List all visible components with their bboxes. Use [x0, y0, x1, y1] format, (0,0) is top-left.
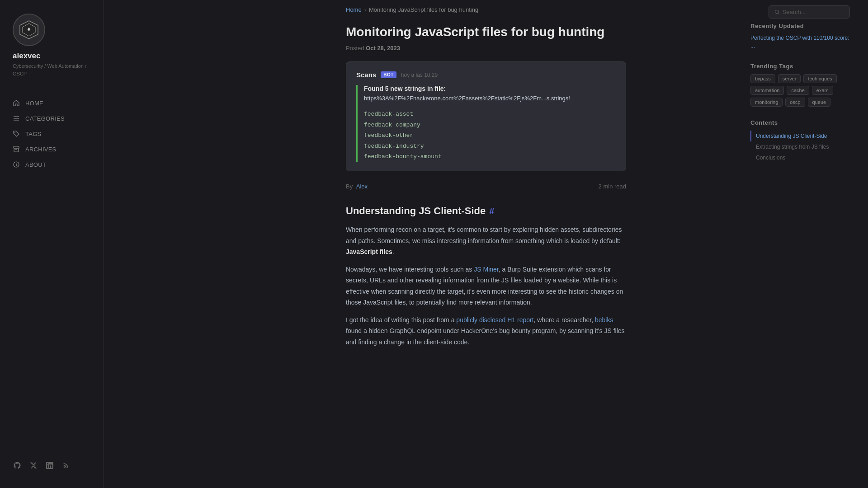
svg-line-14 — [778, 13, 779, 14]
tags-container: bypass server techniques automation cach… — [750, 74, 850, 107]
contents-item-3[interactable]: Conclusions — [750, 152, 850, 163]
chat-body: Found 5 new strings in file: https%3A%2F… — [356, 85, 616, 162]
chat-string-1: feedback-asset — [364, 109, 616, 119]
contents-item-1[interactable]: Understanding JS Client-Side — [750, 131, 850, 141]
article-meta: Posted Oct 28, 2023 — [346, 45, 626, 52]
author-link[interactable]: Alex — [356, 183, 368, 190]
chat-screenshot: Scans BOT hoy a las 10:29 Found 5 new st… — [346, 61, 626, 171]
site-username: alexvec — [13, 52, 40, 61]
tag-automation[interactable]: automation — [750, 86, 784, 95]
twitter-icon[interactable] — [29, 461, 38, 470]
breadcrumb-separator: › — [364, 6, 366, 13]
sidebar-nav: HOME CATEGORIES TAGS — [0, 95, 104, 452]
svg-rect-8 — [14, 148, 19, 152]
sidebar-item-tags[interactable]: TAGS — [0, 126, 104, 141]
tag-cache[interactable]: cache — [787, 86, 809, 95]
tag-queue[interactable]: queue — [808, 98, 831, 107]
article-date: Oct 28, 2023 — [366, 45, 400, 52]
article-title: Monitoring JavaScript files for bug hunt… — [346, 24, 626, 40]
sidebar-footer — [0, 452, 104, 474]
article-read-time: 2 min read — [599, 183, 626, 190]
tag-icon — [13, 130, 20, 137]
article-author-row: By Alex 2 min read — [346, 181, 626, 190]
article-author-prefix: By Alex — [346, 183, 368, 190]
search-box[interactable] — [769, 5, 850, 19]
rss-icon[interactable] — [61, 461, 71, 470]
search-container — [769, 5, 850, 19]
site-tagline: Cybersecurity / Web Automation / OSCP — [13, 62, 91, 77]
github-icon[interactable] — [13, 461, 22, 470]
sidebar: ♦ alexvec Cybersecurity / Web Automation… — [0, 0, 104, 488]
chat-string-4: feedback-industry — [364, 141, 616, 151]
chat-found-text: Found 5 new strings in file: — [364, 85, 616, 92]
jsminer-link[interactable]: JS Miner — [474, 266, 498, 273]
chat-string-2: feedback-company — [364, 120, 616, 130]
right-sidebar: Recently Updated Perfecting the OSCP wit… — [750, 23, 850, 176]
chat-code-block: feedback-asset feedback-company feedback… — [364, 109, 616, 162]
tag-oscp[interactable]: oscp — [785, 98, 805, 107]
recently-updated-title: Recently Updated — [750, 23, 850, 29]
contents-item-2[interactable]: Extracting strings from JS files — [750, 141, 850, 152]
section-hash[interactable]: # — [489, 206, 494, 216]
chat-sender: Scans — [356, 71, 376, 79]
svg-point-12 — [16, 163, 17, 164]
chat-header: Scans BOT hoy a las 10:29 — [356, 71, 616, 79]
bot-badge: BOT — [381, 71, 396, 78]
search-input[interactable] — [783, 9, 844, 15]
avatar: ♦ — [13, 14, 45, 46]
contents-title: Contents — [750, 119, 850, 126]
search-icon — [774, 9, 780, 15]
trending-tags-title: Trending Tags — [750, 63, 850, 70]
archive-icon — [13, 145, 20, 153]
article-paragraph-3: I got the idea of writing this post from… — [346, 314, 626, 348]
svg-text:♦: ♦ — [27, 26, 31, 33]
recent-item[interactable]: Perfecting the OSCP with 110/100 score: … — [750, 34, 850, 50]
linkedin-icon[interactable] — [45, 461, 54, 470]
svg-rect-7 — [14, 146, 19, 148]
tag-server[interactable]: server — [778, 74, 801, 83]
info-icon — [13, 161, 20, 168]
chat-time: hoy a las 10:29 — [401, 72, 438, 78]
bebiks-link[interactable]: bebiks — [595, 316, 613, 324]
tag-exam[interactable]: exam — [812, 86, 833, 95]
sidebar-item-about[interactable]: ABOUT — [0, 157, 104, 172]
chat-string-5: feedback-bounty-amount — [364, 151, 616, 162]
sidebar-item-categories[interactable]: CATEGORIES — [0, 111, 104, 126]
tag-bypass[interactable]: bypass — [750, 74, 775, 83]
trending-tags-section: Trending Tags bypass server techniques a… — [750, 63, 850, 107]
h1-report-link[interactable]: publicly disclosed H1 report — [456, 316, 533, 324]
article-paragraph-2: Nowadays, we have interesting tools such… — [346, 264, 626, 308]
breadcrumb-home[interactable]: Home — [346, 6, 362, 13]
tag-techniques[interactable]: techniques — [803, 74, 836, 83]
home-icon — [13, 99, 20, 107]
content-area: Home › Monitoring JavaScript files for b… — [337, 0, 635, 488]
article-paragraph-1: When performing recon on a target, it's … — [346, 224, 626, 258]
menu-icon — [13, 115, 20, 122]
posted-label: Posted — [346, 45, 364, 52]
breadcrumb-current: Monitoring JavaScript files for bug hunt… — [369, 6, 478, 13]
recently-updated-section: Recently Updated Perfecting the OSCP wit… — [750, 23, 850, 50]
breadcrumb: Home › Monitoring JavaScript files for b… — [346, 0, 626, 24]
article-body: When performing recon on a target, it's … — [346, 224, 626, 347]
chat-url: https%3A%2F%2Fhackerone.com%2Fassets%2Fs… — [364, 95, 616, 102]
chat-string-3: feedback-other — [364, 130, 616, 141]
contents-section: Contents Understanding JS Client-Side Ex… — [750, 119, 850, 163]
contents-list: Understanding JS Client-Side Extracting … — [750, 131, 850, 163]
sidebar-item-archives[interactable]: ARCHIVES — [0, 141, 104, 157]
svg-point-6 — [14, 132, 15, 133]
tag-monitoring[interactable]: monitoring — [750, 98, 783, 107]
bold-js-files: JavaScript files — [346, 248, 392, 255]
sidebar-item-home[interactable]: HOME — [0, 95, 104, 111]
sidebar-logo: ♦ alexvec Cybersecurity / Web Automation… — [0, 14, 104, 91]
section-1-title: Understanding JS Client-Side # — [346, 205, 626, 217]
